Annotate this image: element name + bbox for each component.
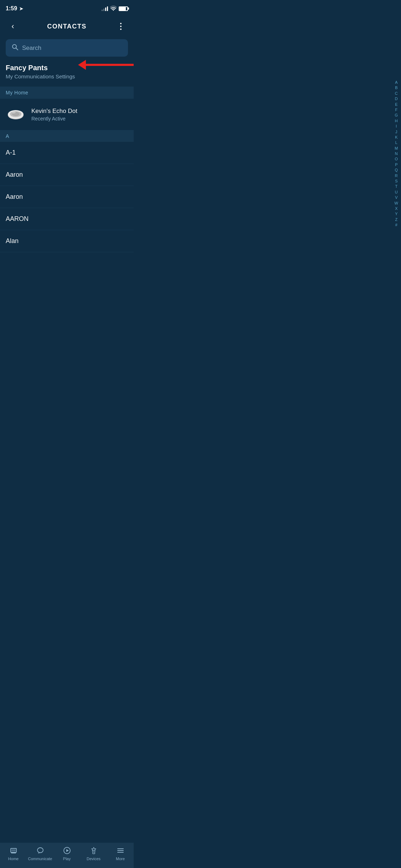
search-bar[interactable]: Search xyxy=(6,39,128,57)
signal-icon xyxy=(102,6,108,11)
letter-a-label: A xyxy=(6,133,9,139)
location-arrow-icon: ➤ xyxy=(19,6,23,11)
echo-dot-icon xyxy=(6,104,26,124)
contact-aaron-1[interactable]: Aaron xyxy=(0,164,134,186)
more-menu-button[interactable] xyxy=(114,19,128,33)
back-button[interactable]: ‹ xyxy=(6,19,20,33)
wifi-icon xyxy=(110,6,117,12)
battery-icon xyxy=(119,6,128,11)
contact-aaron-2[interactable]: Aaron xyxy=(0,186,134,208)
back-icon: ‹ xyxy=(11,22,14,31)
contact-aaron-caps[interactable]: AARON xyxy=(0,208,134,230)
red-arrow-annotation xyxy=(78,60,134,70)
echo-dot-name: Kevin's Echo Dot xyxy=(31,108,128,115)
status-icons xyxy=(102,6,128,12)
time-display: 1:59 xyxy=(6,5,17,12)
contact-alan-name: Alan xyxy=(6,237,19,244)
contact-aaron-caps-name: AARON xyxy=(6,215,29,222)
status-bar: 1:59 ➤ xyxy=(0,0,134,16)
page-title: CONTACTS xyxy=(47,23,87,30)
contact-aaron-2-name: Aaron xyxy=(6,193,23,200)
svg-line-1 xyxy=(16,48,18,50)
contact-aaron-1-name: Aaron xyxy=(6,171,23,178)
search-icon xyxy=(11,43,19,52)
search-placeholder: Search xyxy=(22,45,41,52)
profile-subtitle-row: My Communications Settings xyxy=(6,73,128,79)
profile-section[interactable]: Fancy Pants My Communications Settings xyxy=(0,64,134,87)
contact-a1-name: A-1 xyxy=(6,149,16,156)
echo-dot-item[interactable]: Kevin's Echo Dot Recently Active xyxy=(0,99,134,130)
letter-a-header: A xyxy=(0,130,134,142)
profile-subtitle: My Communications Settings xyxy=(6,73,75,79)
my-home-label: My Home xyxy=(6,90,28,95)
contact-a1[interactable]: A-1 xyxy=(0,142,134,164)
page-header: ‹ CONTACTS xyxy=(0,16,134,39)
contact-alan[interactable]: Alan xyxy=(0,230,134,252)
status-time: 1:59 ➤ xyxy=(6,5,23,12)
my-home-section-header: My Home xyxy=(0,87,134,99)
echo-dot-status: Recently Active xyxy=(31,116,128,122)
echo-dot-info: Kevin's Echo Dot Recently Active xyxy=(31,108,128,122)
